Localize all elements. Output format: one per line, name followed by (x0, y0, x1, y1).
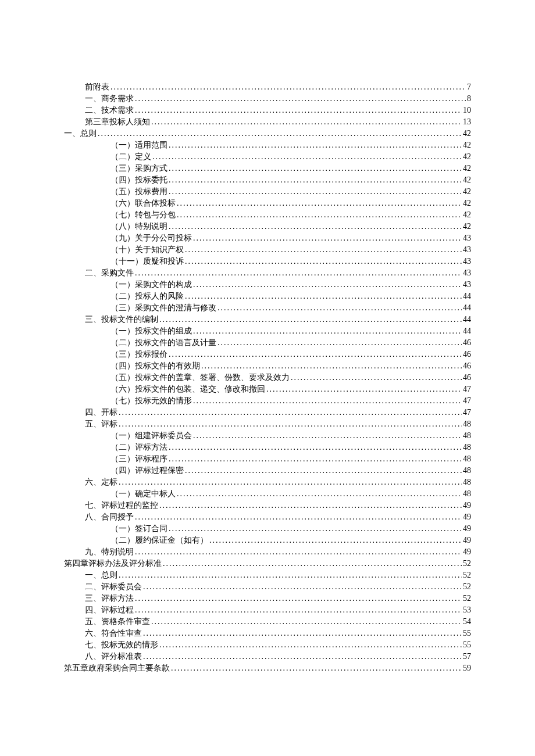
toc-entry[interactable]: （五）投标文件的盖章、签署、份数、要求及效力46 (64, 372, 471, 384)
toc-entry-label: 六、符合性审查 (85, 628, 142, 639)
toc-entry-page: 52 (463, 558, 471, 569)
toc-entry-page: 47 (463, 384, 471, 395)
toc-entry[interactable]: 第四章评标办法及评分标准52 (64, 558, 471, 569)
toc-entry[interactable]: 前附表7 (64, 81, 471, 93)
toc-entry[interactable]: 一、总则52 (64, 569, 471, 581)
toc-entry[interactable]: （二）投标文件的语言及计量46 (64, 337, 471, 349)
toc-entry[interactable]: （一）适用范围42 (64, 139, 471, 151)
toc-entry[interactable]: （一）签订合同49 (64, 523, 471, 535)
toc-leader (193, 325, 462, 337)
toc-entry[interactable]: （三）采购文件的澄清与修改44 (64, 302, 471, 314)
toc-entry[interactable]: 七、投标无效的情形55 (64, 639, 471, 651)
toc-entry-page: 48 (463, 488, 471, 500)
toc-entry-label: （一）确定中标人 (110, 488, 176, 500)
toc-entry[interactable]: 三、投标文件的编制44 (64, 314, 471, 325)
toc-entry[interactable]: （二）投标人的风险44 (64, 291, 471, 302)
toc-entry-label: 五、评标 (85, 418, 117, 430)
toc-entry-label: 第四章评标办法及评分标准 (64, 558, 162, 569)
toc-entry[interactable]: （三）投标报价46 (64, 349, 471, 360)
toc-entry-label: 第五章政府采购合同主要条款 (64, 662, 170, 674)
toc-entry[interactable]: 一、总则42 (64, 128, 471, 139)
toc-leader (159, 314, 462, 325)
toc-entry[interactable]: 第三章投标人须知13 (64, 116, 471, 128)
toc-entry-label: （四）评标过程保密 (110, 465, 184, 476)
toc-entry[interactable]: （一）采购文件的构成43 (64, 279, 471, 291)
toc-entry-label: 八、评分标准表 (85, 651, 142, 662)
toc-entry[interactable]: 二、采购文件43 (64, 267, 471, 279)
toc-entry-page: 54 (463, 616, 471, 628)
toc-leader (135, 93, 466, 105)
toc-entry[interactable]: （三）采购方式42 (64, 163, 471, 174)
toc-entry[interactable]: （九）关于分公司投标43 (64, 232, 471, 244)
toc-entry[interactable]: （十一）质疑和投诉43 (64, 256, 471, 267)
toc-entry[interactable]: （四）评标过程保密48 (64, 465, 471, 476)
toc-leader (119, 407, 462, 418)
toc-entry-page: 42 (463, 128, 471, 139)
toc-entry-page: 48 (463, 476, 471, 488)
toc-leader (201, 360, 462, 372)
toc-entry-label: （三）投标报价 (110, 349, 167, 360)
toc-entry[interactable]: 四、开标47 (64, 407, 471, 418)
toc-entry[interactable]: 六、定标48 (64, 476, 471, 488)
toc-entry[interactable]: （一）投标文件的组成44 (64, 325, 471, 337)
toc-entry[interactable]: （七）投标无效的情形47 (64, 395, 471, 407)
toc-entry[interactable]: 六、符合性审查55 (64, 628, 471, 639)
toc-entry-label: 七、投标无效的情形 (85, 639, 158, 651)
toc-leader (135, 593, 462, 604)
toc-entry[interactable]: 二、评标委员会52 (64, 581, 471, 593)
toc-entry-page: 47 (463, 395, 471, 407)
toc-entry-page: 8 (467, 93, 471, 105)
toc-leader (152, 151, 462, 163)
toc-leader (151, 616, 462, 628)
toc-entry-page: 48 (463, 465, 471, 476)
toc-entry-page: 52 (463, 593, 471, 604)
toc-entry-label: 八、合同授予 (85, 511, 134, 523)
toc-entry-label: （二）履约保证金（如有） (110, 535, 208, 546)
toc-leader (185, 291, 462, 302)
toc-entry[interactable]: （五）投标费用42 (64, 186, 471, 198)
toc-entry[interactable]: （二）定义42 (64, 151, 471, 163)
toc-entry-page: 49 (463, 511, 471, 523)
toc-leader (193, 232, 462, 244)
toc-entry-label: （四）投标文件的有效期 (110, 360, 200, 372)
toc-entry[interactable]: （二）评标方法48 (64, 442, 471, 453)
toc-entry-page: 42 (463, 151, 471, 163)
toc-entry[interactable]: （三）评标程序48 (64, 453, 471, 465)
toc-entry-label: （三）采购文件的澄清与修改 (110, 302, 216, 314)
toc-entry[interactable]: （一）组建评标委员会48 (64, 430, 471, 442)
toc-entry[interactable]: （十）关于知识产权43 (64, 244, 471, 256)
toc-entry[interactable]: 五、评标48 (64, 418, 471, 430)
toc-entry[interactable]: 三、评标方法52 (64, 593, 471, 604)
toc-entry[interactable]: （七）转包与分包42 (64, 209, 471, 221)
toc-leader (177, 488, 462, 500)
toc-entry-label: （一）签订合同 (110, 523, 167, 535)
toc-entry-page: 42 (463, 174, 471, 186)
toc-entry-label: 前附表 (85, 81, 109, 93)
toc-entry[interactable]: 第五章政府采购合同主要条款59 (64, 662, 471, 674)
toc-leader (119, 418, 462, 430)
toc-entry[interactable]: （八）特别说明42 (64, 221, 471, 232)
toc-entry-page: 43 (463, 244, 471, 256)
toc-entry[interactable]: 一、商务需求8 (64, 93, 471, 105)
toc-entry[interactable]: 八、合同授予49 (64, 511, 471, 523)
toc-entry[interactable]: 七、评标过程的监控49 (64, 500, 471, 511)
toc-entry[interactable]: 八、评分标准表57 (64, 651, 471, 662)
toc-entry[interactable]: 九、特别说明49 (64, 546, 471, 558)
toc-entry[interactable]: 四、评标过程53 (64, 604, 471, 616)
toc-entry[interactable]: （六）投标文件的包装、递交、修改和撤回47 (64, 384, 471, 395)
toc-entry[interactable]: （四）投标文件的有效期46 (64, 360, 471, 372)
toc-leader (193, 395, 462, 407)
toc-entry[interactable]: （六）联合体投标42 (64, 198, 471, 209)
toc-entry-page: 52 (463, 581, 471, 593)
toc-leader (163, 558, 462, 569)
toc-entry[interactable]: （一）确定中标人48 (64, 488, 471, 500)
toc-entry-label: 三、评标方法 (85, 593, 134, 604)
toc-entry-label: （九）关于分公司投标 (110, 232, 192, 244)
toc-entry-page: 42 (463, 209, 471, 221)
toc-entry[interactable]: （二）履约保证金（如有）49 (64, 535, 471, 546)
toc-entry[interactable]: 五、资格条件审查54 (64, 616, 471, 628)
toc-entry-label: 九、特别说明 (85, 546, 134, 558)
toc-entry[interactable]: 二、技术需求10 (64, 105, 471, 116)
toc-entry-label: 第三章投标人须知 (85, 116, 150, 128)
toc-entry[interactable]: （四）投标委托42 (64, 174, 471, 186)
